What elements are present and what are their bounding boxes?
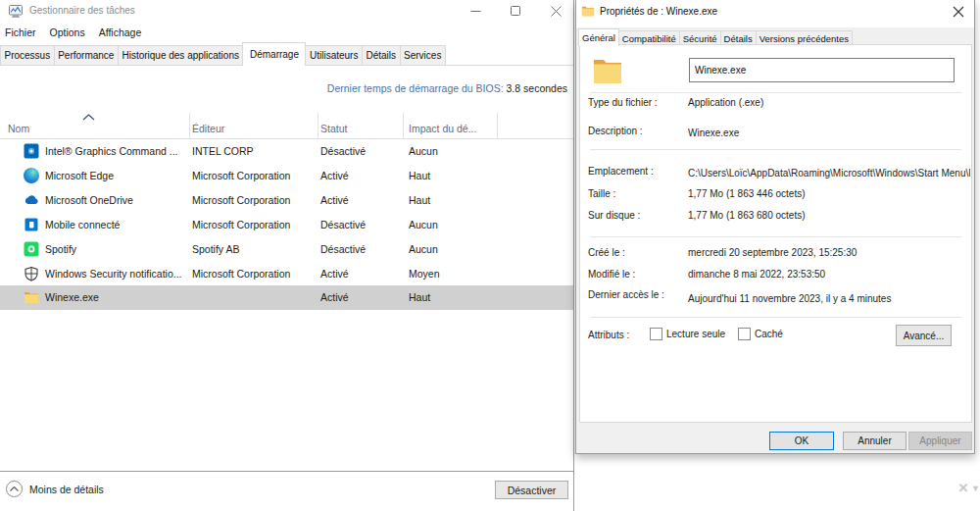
cancel-button[interactable]: Annuler xyxy=(843,432,906,450)
table-row-selected[interactable]: Winexe.exe Activé Haut xyxy=(0,285,573,310)
field-label-accessed: Dernier accès le : xyxy=(588,289,664,300)
table-row[interactable]: Microsoft Edge Microsoft Corporation Act… xyxy=(0,164,573,188)
startup-item-status: Désactivé xyxy=(320,219,366,230)
hidden-checkbox[interactable] xyxy=(738,328,751,340)
startup-table: Intel® Graphics Command ... INTEL CORP D… xyxy=(0,139,573,310)
folder-icon xyxy=(24,289,39,305)
startup-item-name: Mobile connecté xyxy=(45,219,120,230)
column-separator[interactable] xyxy=(403,113,404,138)
menu-affichage[interactable]: Affichage xyxy=(99,26,151,38)
menu-fichier[interactable]: Fichier xyxy=(5,26,45,38)
tab-historique[interactable]: Historique des applications xyxy=(118,45,244,66)
table-row[interactable]: Intel® Graphics Command ... INTEL CORP D… xyxy=(0,139,573,164)
table-row[interactable]: Spotify Spotify AB Désactivé Aucun xyxy=(0,236,573,261)
less-details-label: Moins de détails xyxy=(29,484,104,495)
background-dropdown-icon[interactable]: ▼ xyxy=(971,485,980,493)
field-value-type: Application (.exe) xyxy=(688,97,970,108)
field-label-description: Description : xyxy=(588,126,643,136)
menu-options[interactable]: Options xyxy=(50,26,94,38)
windows-security-icon xyxy=(24,266,39,281)
less-details-toggle[interactable]: Moins de détails xyxy=(6,481,104,497)
ok-button[interactable]: OK xyxy=(769,432,834,450)
field-value-description: Winexe.exe xyxy=(688,128,970,138)
microsoft-edge-icon xyxy=(24,168,39,183)
field-value-location: C:\Users\Loïc\AppData\Roaming\Microsoft\… xyxy=(688,168,970,179)
field-label-created: Créé le : xyxy=(588,247,625,258)
startup-item-status: Désactivé xyxy=(320,145,366,157)
startup-item-impact: Moyen xyxy=(409,268,440,280)
hidden-label: Caché xyxy=(755,329,783,339)
startup-item-impact: Aucun xyxy=(409,219,438,230)
close-icon xyxy=(953,6,964,18)
apply-button-disabled: Appliquer xyxy=(908,432,972,450)
tab-demarrage[interactable]: Démarrage xyxy=(242,42,306,66)
column-separator[interactable] xyxy=(497,113,498,138)
tab-processus[interactable]: Processus xyxy=(0,45,55,66)
tab-utilisateurs[interactable]: Utilisateurs xyxy=(305,45,362,66)
table-row[interactable]: Microsoft OneDrive Microsoft Corporation… xyxy=(0,188,573,213)
dialog-close-button[interactable] xyxy=(949,2,968,22)
column-header-nom[interactable]: Nom xyxy=(8,123,29,134)
bios-time-label: Dernier temps de démarrage du BIOS: xyxy=(327,82,504,94)
general-tab-page: Type du fichier : Application (.exe) Des… xyxy=(579,44,972,423)
separator xyxy=(590,149,961,150)
readonly-checkbox[interactable] xyxy=(650,328,662,340)
window-title: Gestionnaire des tâches xyxy=(29,5,135,16)
field-label-location: Emplacement : xyxy=(588,166,654,177)
column-header-statut[interactable]: Statut xyxy=(320,123,347,134)
column-separator[interactable] xyxy=(318,113,318,138)
bios-time-value: 3.8 secondes xyxy=(507,82,567,94)
minimize-button[interactable] xyxy=(459,0,492,22)
onedrive-icon xyxy=(24,192,39,208)
startup-item-impact: Haut xyxy=(409,291,430,303)
startup-item-name: Microsoft Edge xyxy=(45,170,114,181)
background-close-icon[interactable]: ✕ xyxy=(956,482,970,495)
startup-item-publisher: Microsoft Corporation xyxy=(192,219,290,230)
separator xyxy=(590,236,961,237)
startup-item-name: Winexe.exe xyxy=(45,291,99,303)
task-manager-app-icon xyxy=(9,4,23,18)
startup-item-impact: Aucun xyxy=(409,243,438,255)
field-label-modified: Modifié le : xyxy=(588,269,635,280)
tab-general[interactable]: Général xyxy=(578,28,619,46)
advanced-button[interactable]: Avancé... xyxy=(896,325,952,346)
file-name-input[interactable] xyxy=(689,58,955,82)
tab-services[interactable]: Services xyxy=(400,45,446,66)
folder-icon xyxy=(581,4,595,18)
minimize-icon xyxy=(470,6,481,17)
field-value-size-on-disk: 1,77 Mo (1 863 680 octets) xyxy=(688,210,970,221)
maximize-button[interactable] xyxy=(499,0,532,22)
footer-bar: Moins de détails Désactiver xyxy=(0,471,573,511)
startup-item-status: Activé xyxy=(320,291,349,303)
column-header-editeur[interactable]: Éditeur xyxy=(192,123,224,134)
startup-item-name: Intel® Graphics Command ... xyxy=(45,145,178,157)
dialog-title: Propriétés de : Winexe.exe xyxy=(600,6,717,17)
task-manager-tabs: Processus Performance Historique des app… xyxy=(0,43,573,66)
close-icon xyxy=(551,6,562,17)
field-label-size: Taille : xyxy=(588,188,615,199)
table-row[interactable]: Mobile connecté Microsoft Corporation Dé… xyxy=(0,213,573,237)
startup-item-publisher: Spotify AB xyxy=(192,243,239,255)
disable-button[interactable]: Désactiver xyxy=(495,481,568,499)
field-label-type: Type du fichier : xyxy=(588,97,658,108)
startup-item-status: Désactivé xyxy=(320,243,366,255)
column-separator[interactable] xyxy=(189,113,190,138)
titlebar: Gestionnaire des tâches xyxy=(0,0,573,22)
tab-performance[interactable]: Performance xyxy=(54,45,119,66)
intel-graphics-icon xyxy=(24,143,39,159)
bios-startup-time: Dernier temps de démarrage du BIOS: 3.8 … xyxy=(327,82,567,94)
dialog-titlebar: Propriétés de : Winexe.exe xyxy=(576,0,974,27)
table-row[interactable]: Windows Security notificatio... Microsof… xyxy=(0,261,573,285)
column-header-impact[interactable]: Impact du dé... xyxy=(409,123,476,134)
separator xyxy=(590,92,961,93)
attributes-label: Attributs : xyxy=(588,330,629,340)
sort-ascending-icon xyxy=(82,114,95,121)
tab-details[interactable]: Détails xyxy=(362,45,401,66)
close-button[interactable] xyxy=(539,0,572,22)
field-value-accessed: Aujourd'hui 11 novembre 2023, il y a 4 m… xyxy=(688,293,970,304)
field-value-size: 1,77 Mo (1 863 446 octets) xyxy=(688,188,970,199)
startup-item-impact: Aucun xyxy=(409,145,438,157)
field-label-size-on-disk: Sur disque : xyxy=(588,210,640,221)
menubar: Fichier Options Affichage xyxy=(0,24,150,41)
startup-item-publisher: Microsoft Corporation xyxy=(192,194,290,206)
